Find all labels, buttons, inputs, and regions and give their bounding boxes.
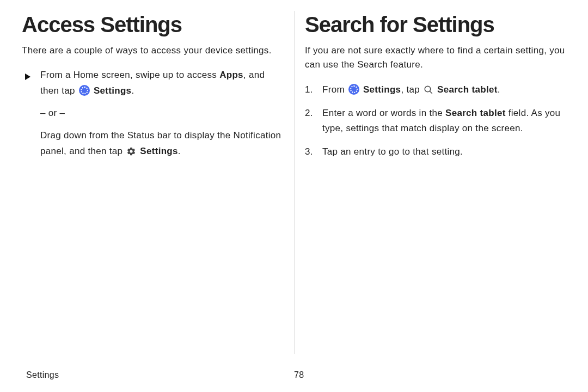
bullet-line-2: Drag down from the Status bar to display… — [40, 128, 283, 160]
settings-label: Settings — [360, 84, 401, 95]
text: , tap — [401, 84, 422, 95]
settings-gear-blue-icon — [79, 85, 90, 96]
step-2: Enter a word or words in the Search tabl… — [305, 106, 566, 137]
column-divider — [294, 11, 295, 354]
search-icon — [424, 85, 433, 95]
text: From a Home screen, swipe up to access — [40, 70, 219, 80]
svg-point-0 — [425, 86, 431, 92]
footer-page-number: 78 — [294, 370, 562, 380]
bullet-body: From a Home screen, swipe up to access A… — [40, 68, 283, 166]
settings-label: Settings — [91, 85, 132, 96]
settings-gear-blue-icon — [348, 84, 359, 95]
bullet-item: From a Home screen, swipe up to access A… — [25, 68, 283, 166]
triangle-bullet-icon — [25, 68, 33, 166]
settings-gear-gray-icon — [126, 146, 136, 156]
step-3: Tap an entry to go to that setting. — [305, 144, 566, 160]
steps-list: From Settings, tap Search tablet. Enter … — [305, 82, 566, 161]
intro-right: If you are not sure exactly where to fin… — [305, 44, 566, 72]
svg-line-1 — [430, 91, 432, 94]
footer-section: Settings — [26, 370, 294, 380]
or-separator: – or – — [40, 106, 283, 121]
text: . — [498, 84, 500, 95]
left-column: Access Settings There are a couple of wa… — [22, 13, 283, 348]
heading-search-settings: Search for Settings — [305, 13, 566, 36]
text: From — [322, 84, 347, 95]
heading-access-settings: Access Settings — [22, 13, 283, 36]
text: Tap an entry to go to that setting. — [322, 144, 463, 160]
right-column: Search for Settings If you are not sure … — [305, 13, 566, 348]
footer: Settings 78 — [26, 370, 562, 380]
search-tablet-label: Search tablet — [445, 108, 506, 118]
settings-label: Settings — [137, 146, 178, 156]
bullet-line-1: From a Home screen, swipe up to access A… — [40, 68, 283, 99]
search-tablet-label: Search tablet — [434, 84, 498, 95]
text: . — [178, 146, 181, 156]
apps-label: Apps — [219, 70, 243, 80]
intro-left: There are a couple of ways to access you… — [22, 44, 283, 58]
text: Enter a word or words in the — [322, 108, 445, 118]
text: . — [131, 85, 134, 96]
step-1: From Settings, tap Search tablet. — [305, 82, 566, 98]
